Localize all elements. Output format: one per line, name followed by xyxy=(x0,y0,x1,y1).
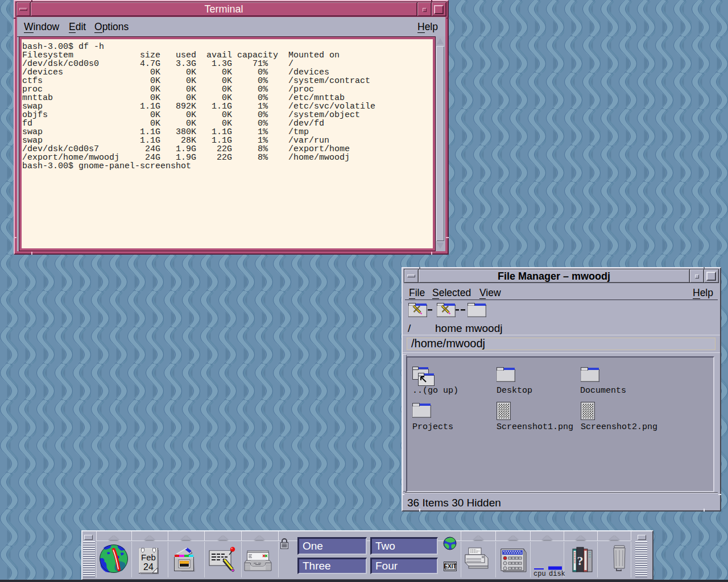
svg-text:24: 24 xyxy=(143,562,154,572)
svg-text:EXIT: EXIT xyxy=(444,563,456,569)
svg-text:Feb: Feb xyxy=(141,552,156,562)
svg-text:disk: disk xyxy=(549,570,565,578)
svg-text:cpu: cpu xyxy=(533,570,546,578)
svg-text:?: ? xyxy=(577,554,584,568)
